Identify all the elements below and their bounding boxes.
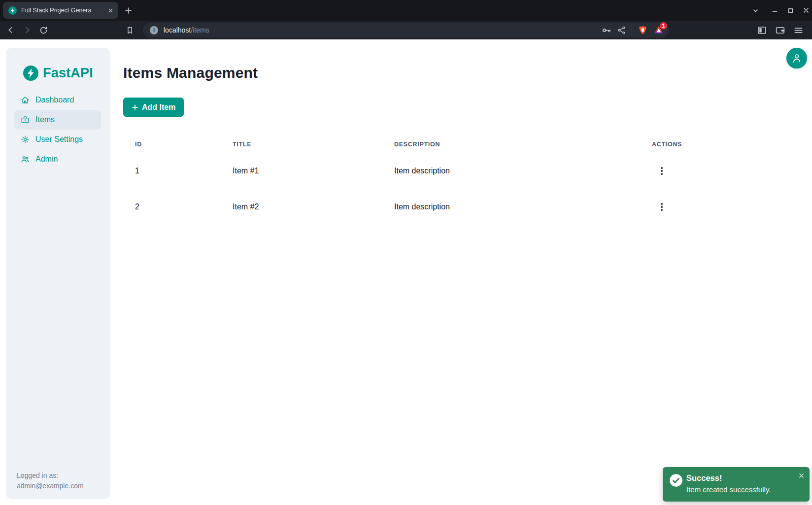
- check-circle-icon: [669, 473, 683, 487]
- app-content: FastAPI Dashboard Items User Settings Ad…: [0, 39, 812, 505]
- cell-description: Item description: [382, 202, 640, 211]
- sidebar-footer: Logged in as: admin@example.com: [17, 471, 84, 491]
- sidebar-item-admin[interactable]: Admin: [14, 149, 101, 169]
- key-icon[interactable]: [601, 25, 611, 35]
- table-row: 2 Item #2 Item description: [123, 189, 805, 225]
- plus-icon: [132, 104, 138, 111]
- url-host: localhost: [164, 26, 191, 34]
- fastapi-bolt-icon: [23, 66, 38, 81]
- sidebar-item-label: Admin: [35, 155, 58, 164]
- items-table: ID TITLE DESCRIPTION ACTIONS 1 Item #1 I…: [123, 135, 805, 225]
- sidebar-item-label: User Settings: [35, 135, 83, 144]
- maximize-icon[interactable]: [784, 0, 797, 21]
- rewards-badge: 1: [660, 22, 667, 30]
- logged-in-email: admin@example.com: [17, 481, 84, 491]
- user-avatar-icon: [791, 52, 803, 64]
- row-actions-menu-button[interactable]: [655, 164, 668, 178]
- home-icon: [21, 96, 30, 104]
- browser-tab[interactable]: Full Stack Project Genera: [3, 2, 118, 19]
- main-content: Items Management Add Item ID TITLE DESCR…: [123, 39, 805, 505]
- app-logo: FastAPI: [6, 66, 110, 81]
- tab-search-chevron-icon[interactable]: [749, 0, 762, 21]
- close-window-icon[interactable]: [800, 0, 812, 21]
- wallet-icon[interactable]: [774, 24, 786, 36]
- sidebar-item-items[interactable]: Items: [14, 110, 101, 130]
- brave-rewards-icon[interactable]: 1: [653, 25, 664, 35]
- add-item-label: Add Item: [142, 103, 175, 112]
- browser-tab-bar: Full Stack Project Genera: [0, 0, 812, 21]
- cell-title: Item #1: [221, 167, 382, 175]
- column-header-title: TITLE: [221, 141, 382, 148]
- tab-close-icon[interactable]: [106, 6, 115, 15]
- cell-id: 2: [123, 202, 221, 211]
- menu-icon[interactable]: [792, 24, 804, 36]
- toolbar-divider: [632, 25, 632, 35]
- url-bar[interactable]: i localhost/items 1: [143, 23, 669, 37]
- toast-title: Success!: [686, 473, 722, 483]
- page-title: Items Management: [123, 65, 258, 81]
- user-avatar-button[interactable]: [786, 48, 807, 68]
- sidebar-nav: Dashboard Items User Settings Admin: [14, 90, 101, 169]
- column-header-description: DESCRIPTION: [382, 141, 640, 148]
- forward-icon[interactable]: [21, 24, 33, 36]
- brave-shield-icon[interactable]: [638, 25, 648, 35]
- tab-title: Full Stack Project Genera: [21, 7, 106, 14]
- browser-toolbar: i localhost/items 1: [0, 21, 812, 39]
- sidebar-item-label: Items: [35, 115, 55, 124]
- bookmark-icon[interactable]: [124, 24, 135, 36]
- cell-title: Item #2: [221, 202, 382, 211]
- sidebar-panel-icon[interactable]: [756, 24, 768, 36]
- sidebar-item-user-settings[interactable]: User Settings: [14, 130, 101, 149]
- minimize-icon[interactable]: [768, 0, 781, 21]
- table-header-row: ID TITLE DESCRIPTION ACTIONS: [123, 135, 805, 153]
- cell-description: Item description: [382, 167, 640, 175]
- toast-message: Item created successfully.: [686, 485, 771, 494]
- cell-id: 1: [123, 167, 221, 175]
- gear-icon: [21, 135, 30, 144]
- briefcase-icon: [21, 115, 30, 124]
- column-header-id: ID: [123, 141, 221, 148]
- logged-in-label: Logged in as:: [17, 471, 84, 481]
- column-header-actions: ACTIONS: [640, 141, 805, 148]
- sidebar-item-label: Dashboard: [35, 96, 74, 104]
- sidebar: FastAPI Dashboard Items User Settings Ad…: [6, 48, 110, 499]
- sidebar-item-dashboard[interactable]: Dashboard: [14, 90, 101, 110]
- users-icon: [21, 155, 30, 164]
- row-actions-menu-button[interactable]: [655, 200, 668, 214]
- fastapi-favicon-icon: [8, 6, 17, 15]
- success-toast: Success! Item created successfully.: [663, 467, 810, 502]
- toast-close-icon[interactable]: [797, 471, 805, 479]
- url-text: localhost/items: [164, 26, 209, 34]
- share-icon[interactable]: [617, 26, 626, 35]
- logo-text: FastAPI: [43, 66, 93, 81]
- site-info-icon[interactable]: i: [150, 26, 158, 34]
- url-path: /items: [191, 26, 209, 34]
- table-row: 1 Item #1 Item description: [123, 153, 805, 189]
- reload-icon[interactable]: [37, 24, 49, 36]
- add-item-button[interactable]: Add Item: [123, 98, 184, 117]
- new-tab-button[interactable]: [122, 4, 134, 16]
- back-icon[interactable]: [5, 24, 17, 36]
